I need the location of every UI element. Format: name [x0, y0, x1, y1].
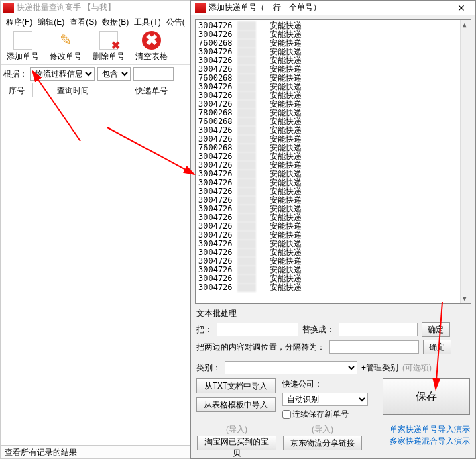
tracking-textarea[interactable]: 300472696安能快递300472699安能快递760026841安能快递3…	[195, 19, 471, 304]
replace-from-label: 把：	[196, 324, 213, 336]
swap-label: 把两边的内容对调位置，分隔符为：	[196, 342, 325, 353]
replace-to-label: 替换成：	[302, 324, 335, 336]
category-label: 类别：	[196, 362, 221, 374]
menu-program[interactable]: 程序(F)	[3, 15, 35, 30]
col-time[interactable]: 查询时间	[33, 83, 113, 97]
menu-data[interactable]: 数据(B)	[99, 15, 131, 30]
dialog-titlebar: 添加快递单号（一行一个单号） ✕	[191, 1, 475, 15]
pencil-icon: ✎	[56, 31, 75, 50]
import-hint-2: (导入)	[282, 424, 363, 436]
filter-op-select[interactable]: 包含	[97, 67, 131, 81]
page-x-icon: ✖	[99, 31, 118, 50]
red-x-circle-icon: ✖	[142, 31, 161, 50]
swap-delim-input[interactable]	[329, 340, 419, 354]
filter-value-input[interactable]	[133, 67, 174, 81]
company-label: 快递公司：	[282, 378, 322, 390]
grid-header: 序号 查询时间 快递单号	[1, 83, 190, 97]
menu-notice[interactable]: 公告(	[164, 15, 188, 30]
batch-title: 文本批处理	[196, 308, 470, 319]
status-bar: 查看所有记录的结果	[1, 445, 190, 458]
grid-body[interactable]	[1, 97, 190, 426]
status-text: 查看所有记录的结果	[5, 448, 77, 457]
add-tracking-button[interactable]: 添加单号	[6, 31, 40, 62]
filter-label: 根据：	[3, 68, 27, 80]
import-template-button[interactable]: 从表格模板中导入	[196, 397, 276, 412]
dialog-title: 添加快递单号（一行一个单号）	[209, 2, 321, 13]
optional-hint: (可选项)	[402, 362, 432, 374]
demo-multi-link[interactable]: 多家快递混合导入演示	[390, 436, 470, 447]
page-icon	[13, 31, 32, 50]
toolbar: 添加单号 ✎ 修改单号 ✖ 删除单号 ✖ 清空表格	[1, 29, 190, 65]
menu-edit[interactable]: 编辑(E)	[35, 15, 67, 30]
scrollbar[interactable]	[460, 20, 471, 303]
menu-view[interactable]: 查看(S)	[67, 15, 99, 30]
dialog-close-button[interactable]: ✕	[451, 3, 471, 13]
main-title: 快递批量查询高手 【与我】	[17, 2, 115, 13]
save-button[interactable]: 保存	[383, 378, 470, 415]
jd-import-button[interactable]: 京东物流分享链接	[283, 436, 362, 450]
edit-tracking-button[interactable]: ✎ 修改单号	[49, 31, 82, 62]
taobao-import-button[interactable]: 淘宝网已买到的宝贝	[197, 436, 276, 450]
batch-panel: 文本批处理 把： 替换成： 确定 把两边的内容对调位置，分隔符为： 确定 类别：…	[196, 308, 470, 374]
add-tracking-dialog: 添加快递单号（一行一个单号） ✕ 300472696安能快递300472699安…	[190, 0, 476, 459]
category-select[interactable]	[225, 361, 357, 374]
import-txt-button[interactable]: 从TXT文档中导入	[196, 378, 276, 393]
demo-single-link[interactable]: 单家快递单号导入演示	[390, 424, 470, 436]
main-titlebar: 快递批量查询高手 【与我】	[1, 1, 190, 15]
delete-tracking-button[interactable]: ✖ 删除单号	[92, 31, 125, 62]
clear-table-button[interactable]: ✖ 清空表格	[135, 31, 168, 62]
bottom-area: 从TXT文档中导入 从表格模板中导入 快递公司： 自动识别 连续保存新单号 保存	[196, 378, 470, 420]
menubar: 程序(F) 编辑(E) 查看(S) 数据(B) 工具(T) 公告(	[1, 15, 190, 29]
app-icon	[3, 3, 14, 13]
filter-field-select[interactable]: 物流过程信息	[30, 67, 95, 81]
keep-save-checkbox[interactable]: 连续保存新单号	[282, 409, 377, 420]
swap-ok-button[interactable]: 确定	[423, 340, 451, 354]
tracking-row: 30047268安能快递	[198, 283, 457, 292]
dialog-icon	[195, 3, 206, 13]
col-seq[interactable]: 序号	[1, 83, 33, 97]
replace-ok-button[interactable]: 确定	[422, 322, 450, 337]
import-hint-1: (导入)	[196, 424, 277, 436]
replace-from-input[interactable]	[217, 323, 298, 336]
main-window: 快递批量查询高手 【与我】 程序(F) 编辑(E) 查看(S) 数据(B) 工具…	[0, 0, 191, 459]
manage-category-link[interactable]: +管理类别	[361, 362, 398, 374]
col-tracking[interactable]: 快递单号	[113, 83, 190, 97]
replace-to-input[interactable]	[339, 323, 418, 336]
import-row: (导入) 淘宝网已买到的宝贝 (导入) 京东物流分享链接 单家快递单号导入演示 …	[196, 424, 470, 458]
company-select[interactable]: 自动识别	[282, 393, 368, 406]
filter-bar: 根据： 物流过程信息 包含	[1, 65, 190, 83]
menu-tools[interactable]: 工具(T)	[131, 15, 163, 30]
